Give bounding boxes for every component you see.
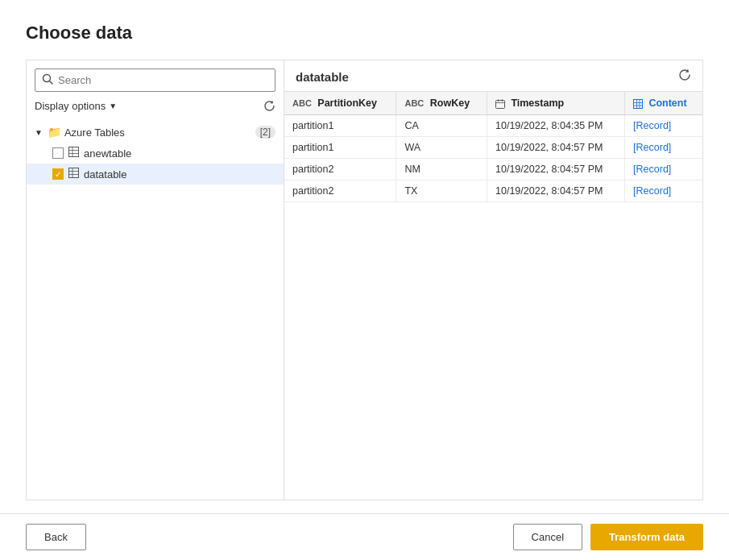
table-row: partition1 WA 10/19/2022, 8:04:57 PM [Re…	[284, 137, 702, 159]
display-options-label: Display options	[35, 100, 106, 112]
data-table-container: ABC PartitionKey ABC RowKey	[284, 92, 702, 500]
cell-partitionkey: partition2	[284, 180, 396, 202]
chevron-down-icon: ▼	[109, 102, 117, 110]
cell-partitionkey: partition1	[284, 137, 396, 159]
left-panel: Display options ▼ ▼ 📁 Azure Tables [2]	[26, 60, 284, 500]
checkbox-anewtable[interactable]	[52, 147, 64, 159]
cell-partitionkey: partition2	[284, 159, 396, 180]
cell-rowkey: CA	[396, 115, 487, 137]
svg-rect-2	[69, 147, 79, 157]
footer: Back Cancel Transform data	[0, 513, 729, 560]
cell-timestamp: 10/19/2022, 8:04:57 PM	[487, 180, 625, 202]
col-header-partitionkey: ABC PartitionKey	[284, 92, 396, 115]
data-table: ABC PartitionKey ABC RowKey	[284, 92, 702, 202]
tree-item-anewtable[interactable]: anewtable	[27, 143, 284, 164]
page-title: Choose data	[26, 23, 703, 44]
datatable-label: datatable	[84, 168, 127, 180]
folder-icon: 📁	[48, 126, 61, 139]
cell-content: [Record]	[625, 159, 702, 180]
search-box	[35, 68, 275, 92]
left-refresh-button[interactable]	[263, 100, 275, 112]
folder-azure-tables[interactable]: ▼ 📁 Azure Tables [2]	[27, 122, 284, 143]
tree-area: ▼ 📁 Azure Tables [2]	[27, 118, 284, 500]
checkbox-datatable[interactable]: ✓	[52, 168, 64, 180]
display-options-button[interactable]: Display options ▼	[35, 100, 117, 112]
abc-icon-rowkey: ABC	[404, 98, 424, 108]
expand-icon: ▼	[35, 128, 43, 137]
cell-timestamp: 10/19/2022, 8:04:57 PM	[487, 159, 625, 180]
grid-icon-content	[633, 97, 645, 109]
calendar-icon-timestamp	[495, 97, 507, 109]
anewtable-label: anewtable	[84, 147, 131, 160]
tree-item-datatable[interactable]: ✓ datatable	[27, 164, 284, 185]
table-row: partition1 CA 10/19/2022, 8:04:35 PM [Re…	[284, 115, 702, 137]
back-button[interactable]: Back	[26, 524, 86, 550]
svg-line-1	[50, 81, 53, 85]
search-icon	[42, 73, 53, 87]
folder-label: Azure Tables	[64, 127, 252, 139]
cell-timestamp: 10/19/2022, 8:04:57 PM	[487, 137, 625, 159]
col-header-rowkey: ABC RowKey	[396, 92, 487, 115]
col-header-timestamp: Timestamp	[487, 92, 625, 115]
cell-rowkey: NM	[396, 159, 487, 180]
preview-title: datatable	[296, 70, 349, 84]
table-row: partition2 TX 10/19/2022, 8:04:57 PM [Re…	[284, 180, 702, 202]
cell-rowkey: WA	[396, 137, 487, 159]
col-header-content: Content	[625, 92, 702, 115]
table-icon-datatable	[68, 168, 79, 180]
right-panel: datatable ABC PartitionKey	[284, 60, 703, 500]
footer-left: Back	[26, 524, 86, 550]
folder-count: [2]	[255, 126, 275, 139]
transform-data-button[interactable]: Transform data	[590, 524, 703, 550]
cell-rowkey: TX	[396, 180, 487, 202]
cell-content: [Record]	[625, 137, 702, 159]
cell-partitionkey: partition1	[284, 115, 396, 137]
table-icon-anewtable	[68, 147, 79, 160]
svg-rect-14	[634, 99, 643, 108]
cancel-button[interactable]: Cancel	[513, 524, 582, 550]
table-body: partition1 CA 10/19/2022, 8:04:35 PM [Re…	[284, 115, 702, 202]
preview-header: datatable	[284, 60, 702, 92]
display-options-row: Display options ▼	[27, 97, 284, 118]
search-input[interactable]	[58, 74, 268, 86]
preview-refresh-button[interactable]	[678, 68, 691, 85]
cell-timestamp: 10/19/2022, 8:04:35 PM	[487, 115, 625, 137]
cell-content: [Record]	[625, 180, 702, 202]
footer-right: Cancel Transform data	[513, 524, 703, 550]
abc-icon-partitionkey: ABC	[292, 98, 312, 108]
cell-content: [Record]	[625, 115, 702, 137]
table-header-row: ABC PartitionKey ABC RowKey	[284, 92, 702, 115]
svg-rect-10	[496, 100, 505, 108]
svg-rect-6	[69, 168, 79, 178]
table-row: partition2 NM 10/19/2022, 8:04:57 PM [Re…	[284, 159, 702, 180]
